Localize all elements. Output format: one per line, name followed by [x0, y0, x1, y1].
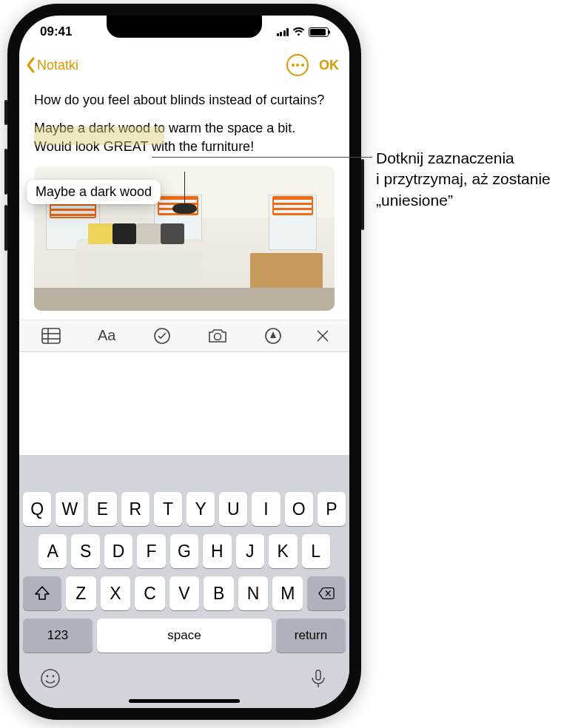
- camera-button[interactable]: [189, 328, 245, 343]
- volume-up-button: [4, 149, 7, 195]
- key-v[interactable]: V: [169, 576, 200, 610]
- wifi-icon: [292, 27, 305, 36]
- key-o[interactable]: O: [285, 492, 313, 526]
- key-s[interactable]: S: [71, 534, 99, 568]
- key-y[interactable]: Y: [187, 492, 215, 526]
- keyboard: Q W E R T Y U I O P A S D: [19, 455, 349, 708]
- key-t[interactable]: T: [154, 492, 182, 526]
- text-format-button[interactable]: Aa: [79, 327, 135, 344]
- close-icon: [316, 329, 329, 343]
- key-b[interactable]: B: [204, 576, 234, 610]
- key-p[interactable]: P: [318, 492, 346, 526]
- annotation-callout: Dotknij zaznaczenia i przytrzymaj, aż zo…: [376, 148, 568, 211]
- back-button[interactable]: Notatki: [25, 57, 78, 73]
- table-icon: [41, 328, 61, 344]
- key-row-2: A S D F G H J K L: [23, 534, 346, 568]
- markup-button[interactable]: [245, 328, 300, 344]
- key-a[interactable]: A: [38, 534, 67, 568]
- key-x[interactable]: X: [101, 576, 131, 610]
- key-z[interactable]: Z: [66, 576, 96, 610]
- nav-bar: Notatki OK: [19, 48, 349, 82]
- dictation-button[interactable]: [308, 668, 329, 689]
- svg-rect-14: [316, 670, 320, 680]
- key-space[interactable]: space: [97, 619, 272, 653]
- key-h[interactable]: H: [203, 534, 231, 568]
- notch: [107, 16, 262, 38]
- key-w[interactable]: W: [56, 492, 84, 526]
- close-toolbar-button[interactable]: [300, 329, 345, 343]
- svg-rect-0: [42, 328, 60, 343]
- ellipsis-icon: [292, 64, 295, 67]
- lifted-selection-bubble[interactable]: Maybe a dark wood: [27, 180, 161, 204]
- checklist-icon: [154, 328, 170, 344]
- note-paragraph-1[interactable]: How do you feel about blinds instead of …: [34, 91, 335, 109]
- checklist-button[interactable]: [135, 328, 190, 344]
- key-e[interactable]: E: [88, 492, 116, 526]
- chevron-left-icon: [25, 57, 36, 73]
- screen: 09:41 Notatki OK: [19, 16, 349, 708]
- key-k[interactable]: K: [269, 534, 297, 568]
- format-toolbar: Aa: [19, 320, 349, 352]
- svg-point-13: [53, 675, 55, 678]
- volume-down-button: [4, 205, 7, 251]
- text-format-icon: Aa: [98, 327, 115, 344]
- camera-icon: [208, 328, 227, 343]
- svg-point-12: [47, 675, 49, 678]
- back-label: Notatki: [37, 58, 78, 73]
- key-return[interactable]: return: [276, 619, 346, 653]
- key-f[interactable]: F: [137, 534, 165, 568]
- key-d[interactable]: D: [104, 534, 132, 568]
- more-button[interactable]: [286, 54, 309, 76]
- key-g[interactable]: G: [170, 534, 198, 568]
- emoji-button[interactable]: [40, 668, 61, 689]
- key-c[interactable]: C: [135, 576, 165, 610]
- keyboard-bottom-bar: [19, 661, 349, 693]
- table-button[interactable]: [24, 328, 79, 344]
- key-row-4: 123 space return: [23, 619, 346, 653]
- key-j[interactable]: J: [236, 534, 264, 568]
- svg-point-11: [41, 670, 59, 687]
- shift-icon: [34, 586, 50, 601]
- key-u[interactable]: U: [219, 492, 247, 526]
- key-numeric[interactable]: 123: [23, 619, 93, 653]
- status-time: 09:41: [40, 24, 72, 39]
- battery-icon: [309, 27, 329, 37]
- key-row-1: Q W E R T Y U I O P: [23, 492, 346, 526]
- key-row-3: Z X C V B N M: [23, 576, 346, 610]
- phone-frame: 09:41 Notatki OK: [7, 4, 361, 720]
- key-m[interactable]: M: [272, 576, 303, 610]
- key-r[interactable]: R: [121, 492, 150, 526]
- callout-leader-line: [152, 157, 372, 158]
- text-selection-highlight[interactable]: [34, 127, 164, 145]
- home-indicator[interactable]: [129, 699, 240, 703]
- side-button: [361, 159, 364, 230]
- key-shift[interactable]: [23, 576, 61, 610]
- mute-switch: [4, 100, 7, 125]
- key-i[interactable]: I: [252, 492, 280, 526]
- svg-point-5: [214, 333, 221, 340]
- key-l[interactable]: L: [302, 534, 330, 568]
- markup-icon: [265, 328, 281, 344]
- cellular-icon: [277, 28, 289, 36]
- prediction-bar: [19, 458, 349, 492]
- key-n[interactable]: N: [238, 576, 269, 610]
- key-q[interactable]: Q: [23, 492, 51, 526]
- done-button[interactable]: OK: [319, 58, 339, 73]
- delete-icon: [318, 586, 335, 601]
- key-delete[interactable]: [307, 576, 346, 610]
